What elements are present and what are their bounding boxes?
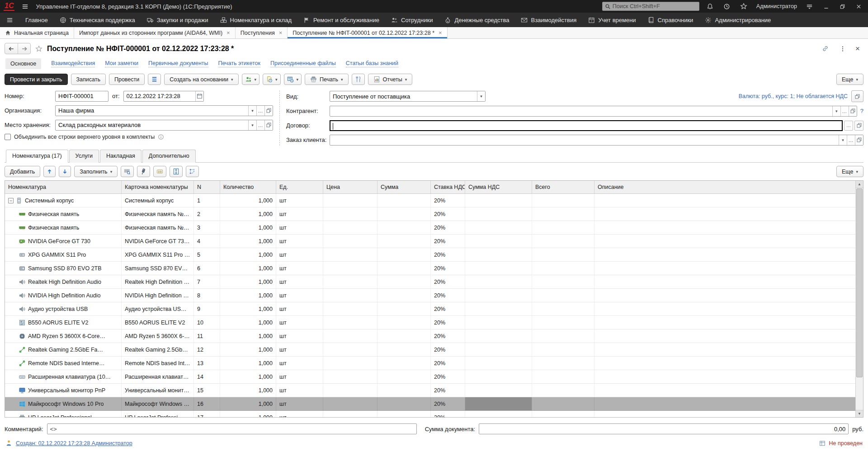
close-icon[interactable]	[853, 4, 864, 9]
cell-4[interactable]: шт	[276, 248, 323, 261]
column-header-10[interactable]: Всего	[532, 181, 594, 193]
cell-10[interactable]	[594, 262, 855, 275]
cell-nomenclature[interactable]: –Системный корпус	[5, 194, 122, 207]
cell-nomenclature[interactable]: Аудио устройства USB	[5, 302, 122, 315]
cell-7[interactable]: 20%	[431, 235, 465, 248]
table-row[interactable]: Физическая памятьФизическая память №…31,…	[5, 221, 855, 235]
service-button[interactable]	[352, 74, 365, 85]
cell-7[interactable]: 20%	[431, 221, 465, 234]
choose-icon[interactable]: …	[847, 135, 855, 145]
fill-button[interactable]: Заполнить▾	[74, 166, 118, 177]
cell-7[interactable]: 20%	[431, 343, 465, 356]
minimize-icon[interactable]	[820, 4, 832, 9]
cell-6[interactable]	[377, 397, 431, 410]
cell-8[interactable]	[465, 207, 532, 221]
cell-1[interactable]: Физическая память №…	[122, 207, 194, 221]
cell-7[interactable]: 20%	[431, 302, 465, 315]
favorites-star-icon[interactable]	[737, 3, 750, 10]
cell-2[interactable]: 15	[194, 384, 220, 397]
column-header-7[interactable]: Сумма	[377, 181, 431, 193]
reports-button[interactable]: Отчеты▾	[368, 74, 413, 85]
cell-nomenclature[interactable]: AMD Ryzen 5 3600X 6-Core…	[5, 329, 122, 343]
column-header-1[interactable]: Номенклатура	[5, 181, 122, 193]
cell-9[interactable]	[532, 235, 594, 248]
tab-receipt-doc[interactable]: Поступление № НФIT-000001 от 02.12.2022 …	[288, 27, 447, 38]
created-link[interactable]: Создан: 02.12.2022 17:23:28 Администрато…	[16, 440, 132, 446]
cell-1[interactable]: Майкрософт Windows …	[122, 397, 194, 410]
cell-4[interactable]: шт	[276, 343, 323, 356]
cell-2[interactable]: 11	[194, 329, 220, 343]
table-row[interactable]: Универсальный монитор PnPУниверсальный м…	[5, 384, 855, 397]
cell-2[interactable]: 12	[194, 343, 220, 356]
cell-9[interactable]	[532, 397, 594, 410]
cell-8[interactable]	[465, 194, 532, 207]
cell-3[interactable]: 1,000	[220, 275, 276, 288]
cell-9[interactable]	[532, 370, 594, 383]
cell-nomenclature[interactable]: B550 AORUS ELITE V2	[5, 316, 122, 329]
cell-8[interactable]	[465, 343, 532, 356]
cell-3[interactable]: 1,000	[220, 411, 276, 418]
menubar-item-nomenclature-warehouse[interactable]: Номенклатура и склад	[214, 13, 297, 27]
cell-4[interactable]: шт	[276, 370, 323, 383]
cell-nomenclature[interactable]: Realtek Gaming 2.5GbE Fa…	[5, 343, 122, 356]
cell-8[interactable]	[465, 357, 532, 370]
cell-9[interactable]	[532, 262, 594, 275]
cell-8[interactable]	[465, 370, 532, 383]
cell-5[interactable]	[323, 235, 377, 248]
cell-1[interactable]: Аудио устройства US…	[122, 302, 194, 315]
cell-9[interactable]	[532, 275, 594, 288]
cell-10[interactable]	[594, 397, 855, 410]
cell-9[interactable]	[532, 329, 594, 343]
cell-5[interactable]	[323, 397, 377, 410]
cell-10[interactable]	[594, 275, 855, 288]
table-row[interactable]: NVIDIA High Definition AudioNVIDIA High …	[5, 289, 855, 302]
cell-6[interactable]	[377, 235, 431, 248]
cell-7[interactable]: 20%	[431, 411, 465, 418]
cell-10[interactable]	[594, 207, 855, 221]
cell-nomenclature[interactable]: Универсальный монитор PnP	[5, 384, 122, 397]
history-icon[interactable]	[721, 3, 733, 10]
cell-7[interactable]: 20%	[431, 329, 465, 343]
global-search-input[interactable]	[613, 3, 697, 9]
nav-link-main[interactable]: Основное	[5, 58, 41, 69]
cell-2[interactable]: 4	[194, 235, 220, 248]
cell-2[interactable]: 13	[194, 357, 220, 370]
cell-3[interactable]: 1,000	[220, 302, 276, 315]
cell-10[interactable]	[594, 302, 855, 315]
cell-nomenclature[interactable]: Физическая память	[5, 207, 122, 221]
cell-8[interactable]	[465, 248, 532, 261]
cell-7[interactable]: 20%	[431, 289, 465, 302]
cell-9[interactable]	[532, 302, 594, 315]
table-row[interactable]: Физическая памятьФизическая память №…21,…	[5, 207, 855, 221]
menubar-item-time-tracking[interactable]: 7Учет времени	[582, 13, 642, 27]
column-header-9[interactable]: Сумма НДС	[465, 181, 532, 193]
cell-5[interactable]	[323, 289, 377, 302]
create-interaction-button[interactable]: ▾	[242, 74, 260, 85]
cell-8[interactable]	[465, 411, 532, 418]
cell-10[interactable]	[594, 343, 855, 356]
scroll-up-icon[interactable]: ▲	[856, 181, 863, 188]
date-input[interactable]	[124, 91, 195, 101]
table-row[interactable]: NVIDIA GeForce GT 730NVIDIA GeForce GT 7…	[5, 235, 855, 248]
kebab-menu-icon[interactable]	[836, 46, 849, 52]
cell-1[interactable]: B550 AORUS ELITE V2	[122, 316, 194, 329]
table-row[interactable]: Расширенная клавиатура (10…Расширенная к…	[5, 370, 855, 384]
cell-5[interactable]	[323, 207, 377, 221]
cell-10[interactable]	[594, 316, 855, 329]
cell-3[interactable]: 1,000	[220, 343, 276, 356]
menubar-item-interactions[interactable]: Взаимодействия	[515, 13, 582, 27]
open-icon[interactable]	[849, 106, 857, 116]
cell-10[interactable]	[594, 289, 855, 302]
cell-10[interactable]	[594, 329, 855, 343]
cell-4[interactable]: шт	[276, 262, 323, 275]
menubar-item-money[interactable]: Денежные средства	[439, 13, 515, 27]
menubar-item-tech-support[interactable]: Техническая поддержка	[54, 13, 141, 27]
column-header-8[interactable]: Ставка НДС	[431, 181, 465, 193]
cell-nomenclature[interactable]: Физическая память	[5, 221, 122, 234]
cell-4[interactable]: шт	[276, 221, 323, 234]
cell-7[interactable]: 20%	[431, 262, 465, 275]
cell-8[interactable]	[465, 384, 532, 397]
info-icon[interactable]	[158, 134, 164, 140]
cell-1[interactable]: Realtek High Definition …	[122, 275, 194, 288]
organization-input[interactable]	[56, 106, 248, 116]
